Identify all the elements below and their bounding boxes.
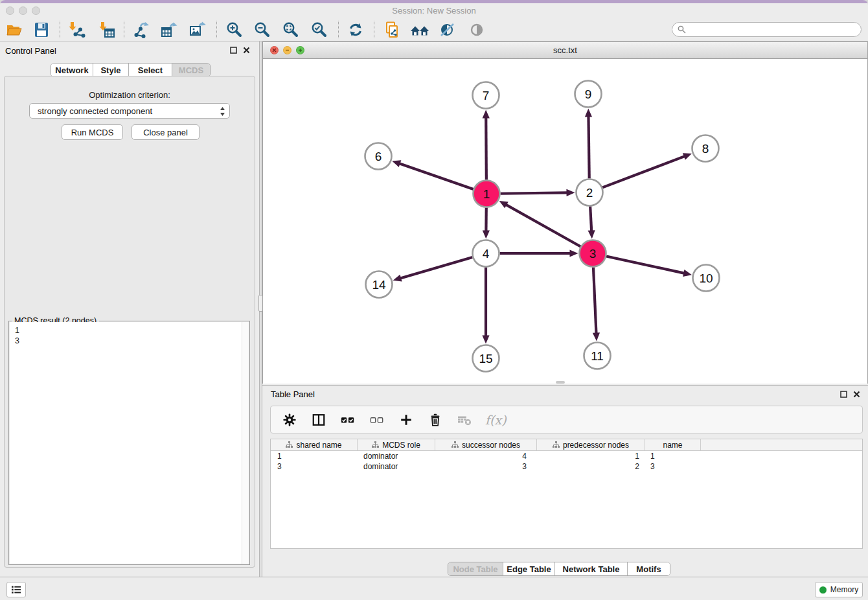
table-cell[interactable]: 1 [271, 451, 358, 461]
column-header-predecessor-nodes[interactable]: predecessor nodes [537, 439, 645, 450]
export-table-icon[interactable] [159, 20, 179, 40]
column-header-shared-name[interactable]: shared name [271, 439, 358, 450]
float-table-panel-icon[interactable] [840, 391, 847, 398]
export-image-icon[interactable] [187, 20, 208, 40]
close-table-panel-icon[interactable] [853, 391, 860, 398]
graph-edge-2-3[interactable] [588, 206, 595, 238]
graph-edge-3-1[interactable] [499, 201, 581, 246]
split-panel-icon[interactable] [310, 411, 327, 428]
graph-node-1[interactable]: 1 [474, 181, 500, 207]
graph-node-label: 1 [483, 187, 490, 201]
table-cell[interactable]: 3 [645, 461, 701, 472]
graph-node-7[interactable]: 7 [473, 82, 499, 109]
tab-edge-table[interactable]: Edge Table [503, 562, 555, 575]
graph-node-15[interactable]: 15 [473, 345, 499, 372]
column-header-successor-nodes[interactable]: successor nodes [435, 439, 537, 450]
column-header-label: predecessor nodes [563, 441, 629, 450]
mcds-tab-content: Optimization criterion: strongly connect… [4, 76, 255, 568]
tab-select[interactable]: Select [129, 63, 172, 76]
zoom-selected-icon[interactable] [309, 20, 330, 40]
save-session-icon[interactable] [31, 20, 52, 40]
tab-network[interactable]: Network [51, 63, 93, 76]
criterion-dropdown[interactable]: strongly connected component [29, 103, 230, 119]
export-network-icon[interactable] [131, 20, 152, 40]
table-row[interactable]: 1dominator411 [271, 451, 862, 461]
control-panel: Control Panel NetworkStyleSelectMCDS Opt… [0, 41, 259, 568]
home-icon[interactable] [409, 20, 430, 40]
graph-node-10[interactable]: 10 [693, 265, 720, 292]
run-mcds-button[interactable]: Run MCDS [62, 124, 123, 140]
table-cell[interactable]: 2 [537, 461, 645, 472]
graph-edge-1-6[interactable] [392, 160, 473, 189]
zoom-out-icon[interactable] [252, 20, 273, 40]
float-panel-icon[interactable] [230, 47, 237, 54]
column-header-MCDS-role[interactable]: MCDS role [358, 439, 435, 450]
status-bar: Memory [0, 577, 868, 600]
tab-style[interactable]: Style [93, 63, 129, 76]
mcds-result-list[interactable]: 13 [10, 322, 249, 564]
graph-edge-2-8[interactable] [602, 153, 692, 187]
table-cell[interactable]: dominator [358, 451, 435, 461]
graph-node-8[interactable]: 8 [692, 135, 719, 162]
add-column-icon[interactable] [398, 411, 415, 428]
table-cell[interactable]: dominator [358, 461, 435, 472]
graph-edge-1-4[interactable] [483, 207, 490, 238]
close-panel-icon[interactable] [243, 47, 250, 54]
table-cell[interactable]: 1 [645, 451, 701, 461]
graph-edge-4-3[interactable] [500, 249, 578, 257]
graph-edge-1-7[interactable] [483, 110, 490, 179]
table-cell[interactable]: 3 [435, 461, 537, 472]
apply-layout-icon[interactable] [345, 20, 366, 40]
zoom-fit-icon[interactable] [280, 20, 301, 40]
window-title: Session: New Session [0, 3, 868, 19]
graph-node-2[interactable]: 2 [577, 179, 603, 206]
show-all-icon[interactable] [466, 20, 487, 40]
tab-mcds[interactable]: MCDS [172, 63, 210, 76]
node-table[interactable]: shared nameMCDS rolesuccessor nodesprede… [270, 439, 863, 549]
memory-button[interactable]: Memory [815, 582, 863, 597]
mcds-result-scrollbar[interactable] [242, 322, 249, 564]
graph-node-label: 3 [589, 247, 597, 260]
tab-network-table[interactable]: Network Table [555, 562, 628, 575]
graph-node-11[interactable]: 11 [584, 343, 611, 369]
graph-node-14[interactable]: 14 [366, 271, 393, 298]
table-cell[interactable]: 3 [271, 461, 358, 472]
zoom-in-icon[interactable] [224, 20, 245, 40]
graph-node-4[interactable]: 4 [473, 240, 499, 267]
hide-selected-icon[interactable] [437, 20, 458, 40]
graph-node-6[interactable]: 6 [365, 143, 392, 170]
deselect-all-checkboxes-icon[interactable] [369, 411, 385, 428]
table-cell[interactable]: 4 [435, 451, 537, 461]
open-session-icon[interactable] [4, 20, 25, 40]
graph-edge-4-15[interactable] [482, 268, 489, 344]
task-history-button[interactable] [6, 582, 26, 597]
graph-edge-1-2[interactable] [500, 189, 575, 196]
import-network-icon[interactable] [66, 20, 87, 40]
table-settings-gear-icon[interactable] [281, 411, 298, 428]
column-header-name[interactable]: name [645, 439, 701, 450]
toolbar-separator [216, 21, 217, 38]
graph-edge-3-10[interactable] [606, 257, 692, 277]
graph-edge-4-14[interactable] [393, 257, 473, 281]
copy-network-icon[interactable] [382, 20, 402, 40]
optimization-criterion-label: Optimization criterion: [5, 90, 255, 100]
close-panel-button[interactable]: Close panel [131, 124, 200, 140]
select-all-checkboxes-icon[interactable] [339, 411, 356, 428]
table-cell[interactable]: 1 [537, 451, 645, 461]
search-input[interactable] [689, 25, 856, 34]
graph-edge-2-9[interactable] [585, 108, 592, 178]
import-table-icon[interactable] [97, 20, 117, 40]
delete-column-icon[interactable] [427, 411, 444, 428]
network-scroll-handle[interactable] [556, 381, 565, 384]
mcds-result-item[interactable]: 3 [10, 336, 249, 346]
tab-motifs[interactable]: Motifs [628, 562, 670, 575]
graph-node-3[interactable]: 3 [580, 240, 606, 267]
mcds-result-item[interactable]: 1 [10, 325, 249, 336]
network-view-titlebar[interactable]: scc.txt [263, 42, 867, 59]
search-field[interactable] [672, 22, 862, 37]
graph-node-9[interactable]: 9 [575, 81, 602, 108]
table-row[interactable]: 3dominator323 [271, 461, 862, 472]
graph-edge-3-11[interactable] [593, 267, 600, 341]
tab-node-table[interactable]: Node Table [448, 562, 503, 575]
network-canvas[interactable]: 1234678910111415 [263, 59, 867, 384]
